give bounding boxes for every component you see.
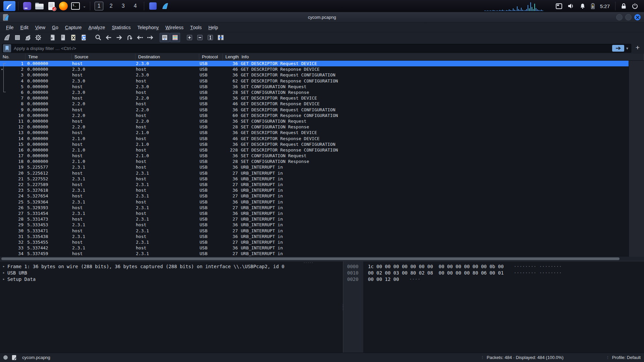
stop-capture-button[interactable] bbox=[12, 33, 22, 42]
packet-row[interactable]: 225.227589host2.3.1USB27URB_INTERRUPT in bbox=[0, 182, 629, 187]
taskbar-window-wireshark[interactable] bbox=[161, 2, 169, 10]
packet-row[interactable]: 305.333471host2.3.1USB27URB_INTERRUPT in bbox=[0, 228, 629, 233]
menu-statistics[interactable]: Statistics bbox=[108, 23, 134, 32]
detail-item[interactable]: ▸USB URB bbox=[0, 269, 343, 276]
go-last-packet-button[interactable] bbox=[145, 33, 155, 42]
auto-scroll-toggle[interactable] bbox=[160, 33, 170, 42]
apply-filter-button[interactable] bbox=[612, 45, 624, 52]
close-file-button[interactable] bbox=[68, 33, 78, 42]
resize-columns-button[interactable] bbox=[216, 33, 226, 42]
packet-row[interactable]: 235.3276182.3.1hostUSB36URB_INTERRUPT in bbox=[0, 187, 629, 193]
packet-row[interactable]: 245.327654host2.3.1USB27URB_INTERRUPT in bbox=[0, 193, 629, 199]
column-header-source[interactable]: Source bbox=[72, 54, 136, 60]
save-file-button[interactable] bbox=[58, 33, 68, 42]
horizontal-splitter-grip[interactable]: ····· bbox=[304, 260, 314, 265]
launcher-text-editor[interactable] bbox=[46, 1, 56, 11]
launcher-app-grid[interactable] bbox=[22, 1, 32, 11]
terminal-dropdown-caret-icon[interactable]: ⌄ bbox=[83, 4, 86, 8]
menu-tools[interactable]: Tools bbox=[187, 23, 205, 32]
detail-item[interactable]: ▸Frame 1: 36 bytes on wire (288 bits), 3… bbox=[0, 263, 343, 269]
zoom-in-button[interactable] bbox=[184, 33, 195, 42]
capture-options-button[interactable] bbox=[33, 33, 43, 42]
hex-row[interactable]: 002000 00 12 00···· bbox=[344, 276, 644, 282]
packet-row[interactable]: 315.3354382.3.1hostUSB36URB_INTERRUPT in bbox=[0, 234, 629, 239]
colorize-toggle[interactable] bbox=[170, 33, 180, 42]
status-profile[interactable]: Profile: Default bbox=[612, 355, 641, 360]
workspace-1[interactable]: 1 bbox=[95, 2, 103, 10]
column-header-protocol[interactable]: Protocol bbox=[199, 54, 223, 60]
detail-item[interactable]: ▸Setup Data bbox=[0, 276, 343, 282]
packet-row[interactable]: 205.225612host2.3.1USB27URB_INTERRUPT in bbox=[0, 170, 629, 176]
menu-analyze[interactable]: Analyze bbox=[85, 23, 109, 32]
go-first-packet-button[interactable] bbox=[135, 33, 145, 42]
go-back-button[interactable] bbox=[104, 33, 114, 42]
hex-row[interactable]: 001000 02 00 03 00 80 02 08 00 00 00 00 … bbox=[344, 269, 644, 276]
packet-row[interactable]: 275.3314542.3.1hostUSB36URB_INTERRUPT in bbox=[0, 210, 629, 216]
close-button[interactable] bbox=[634, 14, 641, 20]
menu-telephony[interactable]: Telephony bbox=[134, 23, 162, 32]
titlebar[interactable]: cycom.pcapng bbox=[0, 12, 644, 23]
menu-file[interactable]: File bbox=[3, 23, 17, 32]
expand-arrow-icon[interactable]: ▸ bbox=[3, 270, 7, 275]
packet-list-horizontal-scrollbar[interactable] bbox=[0, 257, 644, 261]
packet-row[interactable]: 70.000000host2.2.0USB36GET DESCRIPTOR Re… bbox=[0, 95, 629, 101]
column-header-no[interactable]: No. bbox=[0, 54, 25, 60]
capture-comment-icon[interactable] bbox=[12, 355, 17, 360]
packet-row[interactable]: 215.2275522.3.1hostUSB36URB_INTERRUPT in bbox=[0, 176, 629, 182]
hex-row[interactable]: 00001c 00 00 00 00 00 00 00 00 00 00 00 … bbox=[344, 263, 644, 269]
cpu-graph[interactable] bbox=[485, 1, 548, 11]
packet-row[interactable]: 160.0000002.1.0hostUSB228GET DESCRIPTOR … bbox=[0, 147, 629, 153]
go-forward-button[interactable] bbox=[114, 33, 124, 42]
maximize-button[interactable] bbox=[625, 14, 632, 20]
minimize-button[interactable] bbox=[616, 14, 623, 20]
taskbar-window-blue-app[interactable] bbox=[149, 2, 157, 10]
packet-row[interactable]: 195.2255772.3.1hostUSB36URB_INTERRUPT in bbox=[0, 164, 629, 170]
volume-icon[interactable] bbox=[568, 3, 574, 9]
packet-row[interactable]: 10.000000host2.3.0USB36GET DESCRIPTOR Re… bbox=[0, 61, 629, 66]
workspace-3[interactable]: 3 bbox=[119, 2, 127, 10]
packet-row[interactable]: 255.3293642.3.1hostUSB36URB_INTERRUPT in bbox=[0, 199, 629, 205]
packet-list-vertical-scrollbar[interactable] bbox=[629, 61, 644, 257]
notifications-icon[interactable] bbox=[580, 3, 586, 9]
packet-row[interactable]: 345.337459host2.3.1USB27URB_INTERRUPT in bbox=[0, 251, 629, 256]
packet-row[interactable]: 325.335455host2.3.1USB27URB_INTERRUPT in bbox=[0, 239, 629, 245]
packet-row[interactable]: 265.329393host2.3.1USB27URB_INTERRUPT in bbox=[0, 205, 629, 210]
packet-row[interactable]: 285.331473host2.3.1USB27URB_INTERRUPT in bbox=[0, 216, 629, 222]
packet-row[interactable]: 150.000000host2.1.0USB36GET DESCRIPTOR R… bbox=[0, 141, 629, 147]
column-header-destination[interactable]: Destination bbox=[136, 54, 199, 60]
packet-row[interactable]: 295.3334532.3.1hostUSB36URB_INTERRUPT in bbox=[0, 222, 629, 228]
packet-row[interactable]: 100.0000002.2.0hostUSB60GET DESCRIPTOR R… bbox=[0, 113, 629, 118]
restart-capture-button[interactable] bbox=[23, 33, 33, 42]
start-capture-button[interactable] bbox=[2, 33, 12, 42]
packet-row[interactable]: 110.000000host2.2.0USB36SET CONFIGURATIO… bbox=[0, 118, 629, 124]
menu-view[interactable]: View bbox=[32, 23, 49, 32]
column-header-time[interactable]: Time bbox=[25, 54, 72, 60]
launcher-terminal[interactable]: $_ bbox=[70, 1, 80, 11]
packet-row[interactable]: 90.000000host2.2.0USB36GET DESCRIPTOR Re… bbox=[0, 107, 629, 113]
menu-help[interactable]: Help bbox=[205, 23, 221, 32]
display-icon[interactable] bbox=[556, 3, 562, 9]
status-filename[interactable]: cycom.pcapng bbox=[22, 355, 50, 360]
packet-row[interactable]: 80.0000002.2.0hostUSB46GET DESCRIPTOR Re… bbox=[0, 101, 629, 107]
packet-row[interactable]: 130.000000host2.1.0USB36GET DESCRIPTOR R… bbox=[0, 130, 629, 135]
hscroll-thumb[interactable] bbox=[1, 257, 620, 260]
launcher-file-manager[interactable] bbox=[34, 1, 44, 11]
packet-row[interactable]: 170.000000host2.1.0USB36SET CONFIGURATIO… bbox=[0, 153, 629, 159]
find-packet-button[interactable] bbox=[93, 33, 103, 42]
packet-row[interactable]: 50.000000host2.3.0USB36SET CONFIGURATION… bbox=[0, 84, 629, 89]
menu-capture[interactable]: Capture bbox=[62, 23, 85, 32]
menu-go[interactable]: Go bbox=[49, 23, 62, 32]
packet-row[interactable]: 180.0000002.1.0hostUSB28SET CONFIGURATIO… bbox=[0, 159, 629, 164]
workspace-2[interactable]: 2 bbox=[107, 2, 115, 10]
expand-arrow-icon[interactable]: ▸ bbox=[3, 264, 7, 268]
battery-icon[interactable] bbox=[591, 3, 595, 9]
filter-history-caret-icon[interactable]: ▼ bbox=[626, 47, 629, 50]
add-filter-button[interactable]: + bbox=[633, 44, 642, 53]
reload-file-button[interactable] bbox=[79, 33, 89, 42]
open-file-button[interactable] bbox=[48, 33, 58, 42]
go-to-packet-button[interactable] bbox=[124, 33, 135, 42]
launcher-firefox[interactable] bbox=[58, 1, 68, 11]
column-header-length[interactable]: Length bbox=[223, 54, 239, 60]
lock-icon[interactable] bbox=[621, 3, 627, 9]
power-icon[interactable] bbox=[632, 3, 638, 9]
